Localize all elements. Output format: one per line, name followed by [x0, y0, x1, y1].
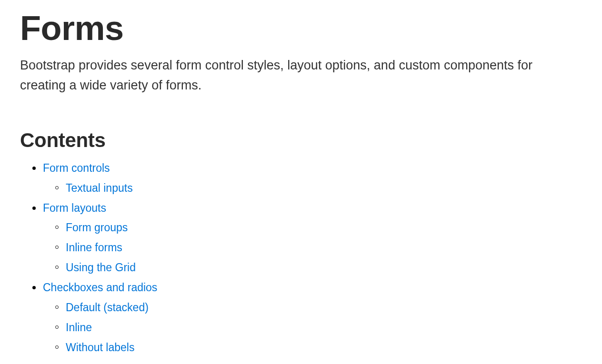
toc-item: Checkboxes and radios Default (stacked) … [43, 278, 582, 357]
toc-subitem: Textual inputs [66, 178, 582, 198]
toc-link-inline[interactable]: Inline [66, 321, 92, 334]
toc-link-form-layouts[interactable]: Form layouts [43, 202, 106, 214]
toc-item: Form layouts Form groups Inline forms Us… [43, 198, 582, 278]
toc-subitem: Form groups [66, 218, 582, 238]
toc-link-form-groups[interactable]: Form groups [66, 221, 128, 234]
toc-subitem: Using the Grid [66, 258, 582, 278]
toc-link-checkboxes-and-radios[interactable]: Checkboxes and radios [43, 281, 157, 294]
lead-paragraph: Bootstrap provides several form control … [20, 56, 572, 96]
toc-link-inline-forms[interactable]: Inline forms [66, 241, 122, 254]
contents-heading: Contents [20, 129, 582, 152]
toc-link-using-the-grid[interactable]: Using the Grid [66, 261, 136, 274]
table-of-contents: Form controls Textual inputs Form layout… [20, 158, 582, 358]
toc-subitem: Inline [66, 318, 582, 338]
toc-link-without-labels[interactable]: Without labels [66, 341, 134, 354]
toc-link-form-controls[interactable]: Form controls [43, 162, 110, 174]
page-title: Forms [20, 10, 582, 47]
toc-subitem: Without labels [66, 338, 582, 358]
toc-subitem: Inline forms [66, 238, 582, 258]
toc-link-default-stacked[interactable]: Default (stacked) [66, 301, 149, 314]
toc-item: Form controls Textual inputs [43, 158, 582, 198]
toc-link-textual-inputs[interactable]: Textual inputs [66, 182, 133, 194]
toc-subitem: Default (stacked) [66, 298, 582, 318]
